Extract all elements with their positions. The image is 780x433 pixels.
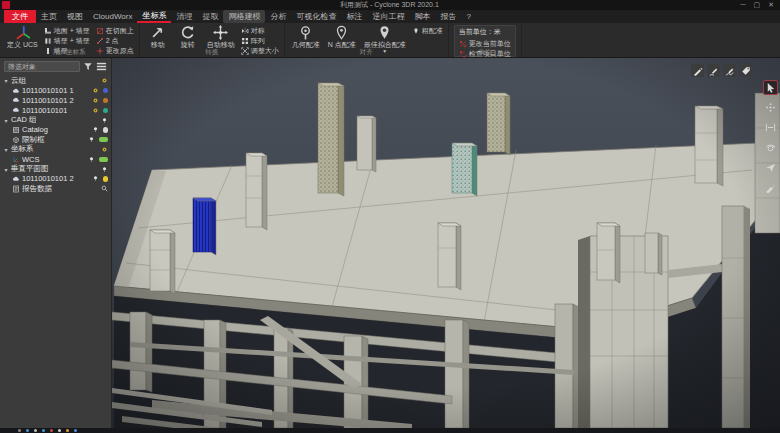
cloud-icon (12, 175, 20, 183)
brush-button[interactable] (763, 180, 778, 195)
polyline-pen-button[interactable] (723, 64, 736, 77)
tab-清理[interactable]: 清理 (171, 10, 197, 23)
tree-item-云组[interactable]: ▾云组 (0, 76, 111, 86)
expander-icon[interactable]: ▾ (3, 166, 9, 173)
tree-item-报告数据[interactable]: 报告数据 (0, 184, 111, 194)
panel-menu-icon[interactable] (96, 61, 107, 72)
rotate-button[interactable]: 旋转 (175, 25, 201, 48)
bulb-visibility-icon[interactable] (92, 175, 99, 182)
axis-icon (12, 155, 20, 163)
taskbar-app-icon[interactable] (58, 429, 61, 432)
taskbar-app-icon[interactable] (34, 429, 37, 432)
tree-panel-header (0, 58, 111, 74)
color-swatch[interactable] (103, 98, 109, 104)
taskbar-app-icon[interactable] (18, 429, 21, 432)
maximize-button[interactable]: ▢ (754, 0, 761, 10)
close-button[interactable]: ✕ (768, 0, 774, 10)
bulb-visibility-icon[interactable] (92, 126, 99, 133)
color-swatch[interactable] (99, 137, 108, 142)
tab-网格建模[interactable]: 网格建模 (223, 10, 265, 23)
taskbar-app-icon[interactable] (50, 429, 53, 432)
tree-item-10110010101-2[interactable]: 10110010101 2 (0, 174, 111, 184)
tree-item-10110010101[interactable]: 10110010101 (0, 105, 111, 115)
npoint-align-button[interactable]: N 点配准 (326, 25, 358, 48)
slice-button[interactable]: 在切面上 (96, 26, 134, 36)
3d-viewport[interactable] (112, 58, 780, 428)
eye-icon (92, 97, 99, 104)
tab-可视化检查[interactable]: 可视化检查 (291, 10, 341, 23)
auto-move-button[interactable]: 自动移动 (205, 25, 237, 48)
tab-主页[interactable]: 主页 (36, 10, 62, 23)
orbit-button[interactable] (763, 140, 778, 155)
mirror-button[interactable]: 对称 (241, 26, 279, 36)
filter-input[interactable] (4, 61, 80, 72)
tree-item-垂直平面图[interactable]: ▾垂直平面图 (0, 164, 111, 174)
tab-标注[interactable]: 标注 (341, 10, 367, 23)
taskbar-app-icon[interactable] (42, 429, 45, 432)
tab-脚本[interactable]: 脚本 (409, 10, 435, 23)
expander-icon[interactable]: ▾ (3, 146, 9, 153)
eye-visibility-icon[interactable] (92, 87, 99, 94)
eye-visibility-icon[interactable] (101, 77, 108, 84)
tree-item-label: Catalog (22, 125, 48, 134)
color-swatch[interactable] (103, 108, 109, 114)
bulb-visibility-icon[interactable] (88, 136, 95, 143)
select-cursor-button[interactable] (763, 80, 778, 95)
taskbar-app-icon[interactable] (74, 429, 77, 432)
tab-坐标系[interactable]: 坐标系 (137, 10, 171, 23)
taskbar-app-icon[interactable] (26, 429, 29, 432)
tree-item-坐标系[interactable]: ▾坐标系 (0, 145, 111, 155)
tree-item-限制框[interactable]: 限制框 (0, 135, 111, 145)
tab-file[interactable]: 文件 (4, 10, 36, 23)
tab-cloudworx[interactable]: CloudWorx (88, 10, 137, 23)
expander-icon[interactable]: ▾ (3, 77, 9, 84)
geo-align-button[interactable]: 几何配准 (290, 25, 322, 48)
pan-move-button[interactable] (763, 100, 778, 115)
axis-triad-button[interactable]: 定义 UCS (5, 25, 40, 48)
magnifier-visibility-icon[interactable] (101, 185, 108, 192)
tab-视图[interactable]: 视图 (62, 10, 88, 23)
tab-分析[interactable]: 分析 (265, 10, 291, 23)
cloud-icon (12, 106, 20, 114)
tab-提取[interactable]: 提取 (197, 10, 223, 23)
eye-visibility-icon[interactable] (92, 97, 99, 104)
color-swatch[interactable] (103, 127, 109, 133)
eye-visibility-icon[interactable] (101, 146, 108, 153)
taskbar-app-icon[interactable] (66, 429, 69, 432)
array-button[interactable]: 阵列 (241, 36, 279, 46)
tree-item-label: 云组 (11, 76, 26, 86)
tab-item[interactable]: ? (461, 10, 475, 23)
color-swatch[interactable] (103, 88, 109, 94)
two-points-button[interactable]: 2 点 (96, 36, 134, 46)
measure-pen-button[interactable] (691, 64, 704, 77)
bulb-visibility-icon[interactable] (101, 166, 108, 173)
tree-item-10110010101-1[interactable]: 10110010101 1 (0, 86, 111, 96)
tag-button[interactable] (739, 64, 752, 77)
tree-item-10110010101-2[interactable]: 10110010101 2 (0, 96, 111, 106)
bulb-visibility-icon[interactable] (88, 156, 95, 163)
translate-icon (150, 25, 165, 40)
color-swatch[interactable] (99, 157, 108, 162)
fly-navigate-button[interactable] (763, 160, 778, 175)
coarse-align-button[interactable]: 粗配准 (412, 26, 443, 36)
measure-distance-button[interactable] (763, 120, 778, 135)
eye-visibility-icon[interactable] (92, 107, 99, 114)
tree-item-label: WCS (22, 155, 40, 164)
minimize-button[interactable]: ─ (741, 0, 746, 10)
wall-wall-button[interactable]: 墙壁 + 墙壁 (44, 36, 90, 46)
bulb-visibility-icon[interactable] (101, 117, 108, 124)
tree-item-cad-组[interactable]: ▾CAD 组 (0, 115, 111, 125)
tab-报告[interactable]: 报告 (435, 10, 461, 23)
ribbon-group-用户坐标系: 定义 UCS地面 + 墙壁墙壁 + 墙壁墙壁在切面上2 点更改原点用户坐标系 (0, 23, 140, 57)
floor-wall-button[interactable]: 地面 + 墙壁 (44, 26, 90, 36)
expander-icon[interactable]: ▾ (3, 117, 9, 124)
translate-button[interactable]: 移动 (145, 25, 171, 48)
tab-逆向工程[interactable]: 逆向工程 (367, 10, 409, 23)
freehand-pen-button[interactable] (707, 64, 720, 77)
filter-funnel-icon[interactable] (83, 62, 93, 72)
color-swatch[interactable] (103, 176, 109, 182)
tree-item-wcs[interactable]: WCS (0, 154, 111, 164)
ribbon-group-label: 单位 (449, 48, 521, 57)
tree-item-catalog[interactable]: Catalog (0, 125, 111, 135)
mirror-icon (241, 27, 249, 35)
